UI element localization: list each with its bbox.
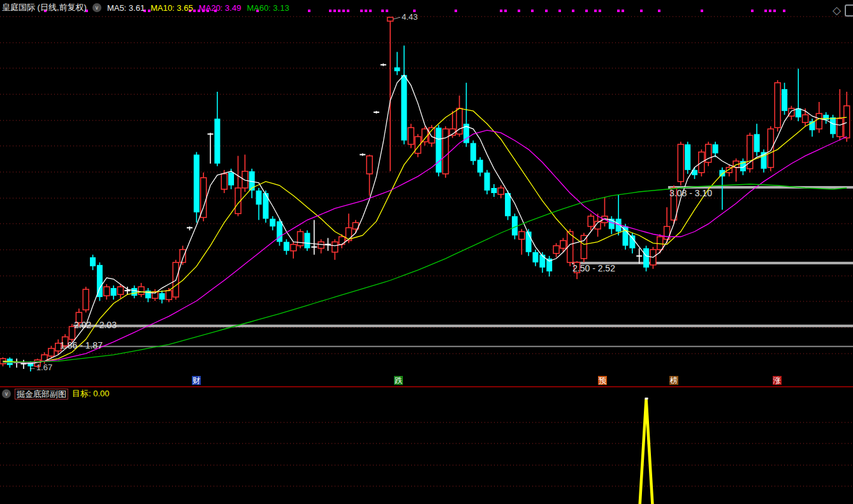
sub-indicator-spike <box>639 399 653 504</box>
ma10-readout: MA10: 3.65 <box>150 3 193 13</box>
diamond-icon[interactable]: ◇ <box>833 5 841 16</box>
ma5-readout: MA5: 3.61 <box>107 3 145 13</box>
ma20-readout: MA20: 3.49 <box>199 3 242 13</box>
main-chart-canvas[interactable] <box>0 0 853 504</box>
ma60-readout: MA60: 3.13 <box>247 3 289 13</box>
ma-line-ma60 <box>3 184 847 363</box>
stock-chart-app: 皇庭国际 (日线,前复权) ∨ MA5: 3.61 MA10: 3.65 MA2… <box>0 0 853 504</box>
ma-line-ma5 <box>3 75 847 364</box>
candles <box>0 17 850 371</box>
main-chart-header: 皇庭国际 (日线,前复权) ∨ MA5: 3.61 MA10: 3.65 MA2… <box>2 2 289 13</box>
window-corner-icons: ◇ <box>833 4 853 17</box>
sub-indicator-target: 目标: 0.00 <box>72 388 110 400</box>
collapse-chevron-icon[interactable]: ∨ <box>92 3 101 12</box>
grid-lines <box>0 17 853 486</box>
price-level-band <box>572 262 853 264</box>
sub-indicator-name[interactable]: 掘金底部副图 <box>15 389 68 400</box>
ma-line-ma20 <box>3 130 847 363</box>
sub-collapse-chevron-icon[interactable]: ∨ <box>2 389 11 398</box>
ma-line-ma10 <box>3 108 847 363</box>
price-level-band <box>59 346 853 347</box>
price-level-band <box>73 325 853 328</box>
window-box-icon[interactable] <box>845 4 853 17</box>
ma-lines <box>3 75 847 364</box>
sub-chart-header: ∨ 掘金底部副图 目标: 0.00 <box>2 388 110 400</box>
sub-indicator-spike-tip <box>645 398 648 400</box>
instrument-title: 皇庭国际 (日线,前复权) <box>2 2 87 13</box>
